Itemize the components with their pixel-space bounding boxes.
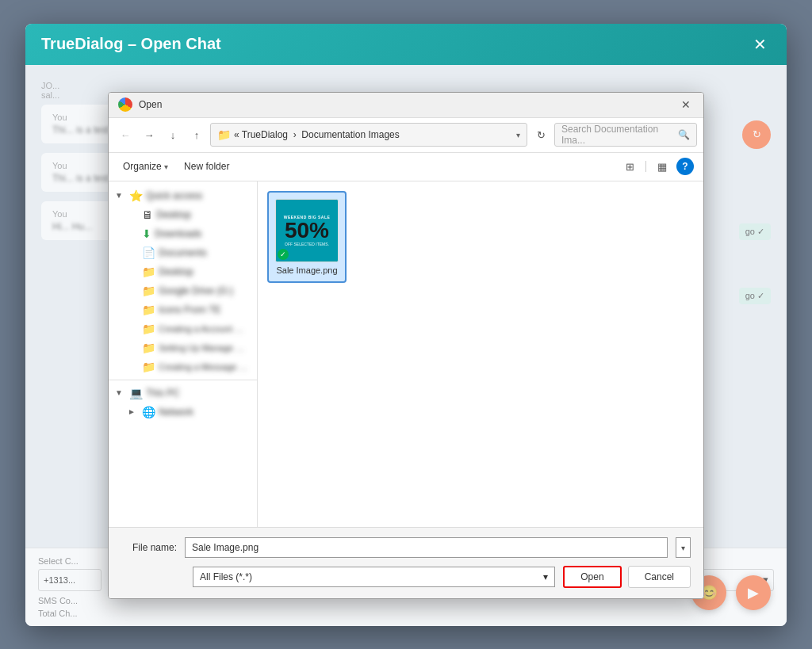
address-bar[interactable]: 📁 « TrueDialog › Documentation Images ▾ bbox=[210, 123, 527, 147]
file-type-select[interactable]: All Files (*.*) ▾ bbox=[193, 567, 555, 587]
truedialog-close-button[interactable]: ✕ bbox=[749, 33, 771, 55]
address-text: « TrueDialog › Documentation Images bbox=[234, 129, 513, 140]
file-name-row: File name: ▾ bbox=[121, 537, 691, 558]
refresh-button[interactable]: ↻ bbox=[530, 124, 551, 145]
tree-label-iconste: Icons From TE bbox=[159, 304, 220, 315]
tree-label-downloads: Downloads bbox=[155, 228, 201, 239]
tree-label-documents: Documents bbox=[159, 247, 207, 258]
tree-item-downloads[interactable]: ⬇ Downloads bbox=[109, 224, 257, 243]
tree-divider bbox=[109, 380, 257, 380]
file-dialog-bottom: File name: ▾ All Files (*.*) ▾ Open Canc… bbox=[109, 527, 703, 598]
tree-label-creating-message: Creating a Message Templat... bbox=[159, 362, 251, 372]
dialog-buttons: Open Cancel bbox=[563, 566, 691, 588]
view-details-button[interactable]: ▦ bbox=[653, 157, 672, 176]
file-dialog-content: ▼ ⭐ Quick access 🖥 Desktop ⬇ Dow bbox=[109, 181, 703, 527]
truedialog-window: TrueDialog – Open Chat ✕ JO...sal... You… bbox=[25, 24, 787, 626]
nav-back-button[interactable]: ← bbox=[115, 124, 136, 145]
nav-down-button[interactable]: ↓ bbox=[163, 124, 183, 145]
tree-item-googledrive[interactable]: 📁 Google Drive (G:) bbox=[109, 281, 257, 300]
file-dialog-overlay: Open ✕ ← → ↓ ↑ 📁 « TrueDialog › Document… bbox=[25, 65, 787, 626]
open-button[interactable]: Open bbox=[563, 566, 621, 588]
tree-label-quick-access: Quick access bbox=[146, 190, 202, 201]
tree-item-documents[interactable]: 📄 Documents bbox=[109, 243, 257, 262]
file-item-sale-image[interactable]: WEEKEND BIG SALE 50% OFF SELECTED ITEMS.… bbox=[267, 191, 347, 283]
tree-icon-quick-access: ⭐ bbox=[129, 189, 143, 202]
folder-icon: 📁 bbox=[217, 128, 231, 141]
address-dropdown-icon[interactable]: ▾ bbox=[516, 131, 520, 139]
organize-button[interactable]: Organize ▾ bbox=[118, 158, 173, 174]
file-name-dropdown[interactable]: ▾ bbox=[676, 537, 691, 558]
truedialog-header: TrueDialog – Open Chat ✕ bbox=[25, 24, 787, 65]
file-dialog: Open ✕ ← → ↓ ↑ 📁 « TrueDialog › Document… bbox=[108, 92, 704, 599]
search-placeholder-text: Search Documentation Ima... bbox=[561, 124, 675, 146]
tree-label-thispc: This PC bbox=[146, 387, 180, 399]
tree-label-googledrive: Google Drive (G:) bbox=[159, 285, 233, 296]
help-button[interactable]: ? bbox=[676, 158, 694, 175]
search-box[interactable]: Search Documentation Ima... 🔍 bbox=[554, 123, 697, 147]
search-icon[interactable]: 🔍 bbox=[678, 129, 690, 140]
file-name-input[interactable] bbox=[185, 537, 668, 558]
truedialog-body: JO...sal... You Thi... is a test message… bbox=[25, 65, 787, 626]
nav-forward-button[interactable]: → bbox=[139, 124, 159, 145]
file-name-field-label: File name: bbox=[121, 542, 177, 553]
nav-up-button[interactable]: ↑ bbox=[186, 124, 207, 145]
tree-label-desktop: Desktop bbox=[156, 209, 191, 220]
cancel-button[interactable]: Cancel bbox=[628, 566, 691, 588]
file-thumbnail-sale-image: WEEKEND BIG SALE 50% OFF SELECTED ITEMS.… bbox=[275, 199, 339, 262]
chrome-icon bbox=[118, 97, 132, 112]
view-list-button[interactable]: ⊞ bbox=[620, 157, 639, 176]
tree-label-network: Network bbox=[159, 407, 193, 418]
file-name-label: Sale Image.png bbox=[276, 265, 337, 275]
tree-item-iconste[interactable]: 📁 Icons From TE bbox=[109, 300, 257, 319]
tree-label-desktop2: Desktop bbox=[159, 266, 193, 277]
file-check-icon: ✓ bbox=[278, 249, 289, 260]
truedialog-title: TrueDialog – Open Chat bbox=[41, 35, 221, 53]
folder-tree: ▼ ⭐ Quick access 🖥 Desktop ⬇ Dow bbox=[109, 181, 258, 527]
tree-item-creating-account[interactable]: 📁 Creating a Account With Mo... bbox=[109, 319, 257, 338]
tree-item-thispc[interactable]: ▼ 💻 This PC bbox=[109, 384, 257, 403]
file-dialog-close-button[interactable]: ✕ bbox=[678, 97, 694, 113]
tree-item-desktop[interactable]: 🖥 Desktop bbox=[109, 205, 257, 224]
tree-item-desktop2[interactable]: 📁 Desktop bbox=[109, 262, 257, 281]
tree-item-creating-message[interactable]: 📁 Creating a Message Templat... bbox=[109, 357, 257, 376]
tree-label-creating-account: Creating a Account With Mo... bbox=[159, 324, 251, 334]
file-dialog-title-text: Open bbox=[139, 99, 162, 110]
file-dialog-nav: ← → ↓ ↑ 📁 « TrueDialog › Documentation I… bbox=[109, 118, 703, 153]
file-dialog-toolbar: Organize ▾ New folder ⊞ ▦ ? bbox=[109, 153, 703, 181]
organize-dropdown-icon: ▾ bbox=[164, 162, 168, 171]
file-area: WEEKEND BIG SALE 50% OFF SELECTED ITEMS.… bbox=[258, 181, 703, 527]
file-dialog-titlebar: Open ✕ bbox=[109, 93, 703, 118]
tree-label-setting-manage: Setting Up Manage Revisi... bbox=[159, 343, 251, 353]
new-folder-button[interactable]: New folder bbox=[179, 158, 234, 174]
tree-item-quick-access[interactable]: ▼ ⭐ Quick access bbox=[109, 186, 257, 205]
tree-item-setting-manage[interactable]: 📁 Setting Up Manage Revisi... bbox=[109, 338, 257, 357]
file-type-row: All Files (*.*) ▾ Open Cancel bbox=[121, 566, 691, 588]
tree-item-network[interactable]: ► 🌐 Network bbox=[109, 403, 257, 422]
tree-chevron-quick-access: ▼ bbox=[115, 191, 126, 200]
